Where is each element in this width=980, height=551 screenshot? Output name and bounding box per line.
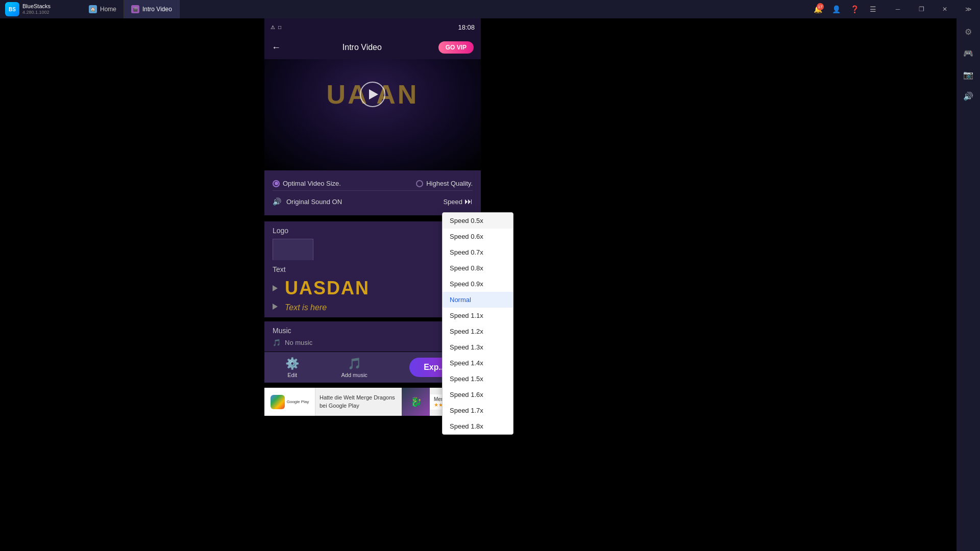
video-size-radio (273, 180, 280, 187)
close-button[interactable]: ✕ (933, 0, 957, 18)
speed-option-1-4x[interactable]: Speed 1.4x (443, 355, 513, 371)
google-play-label: Google Play (287, 399, 309, 404)
sound-icon: 🔊 (273, 197, 281, 206)
quality-option[interactable]: Highest Quality. (416, 180, 473, 187)
tab-intro-video[interactable]: 🎬 Intro Video (124, 0, 180, 18)
video-size-option[interactable]: Optimal Video Size. (273, 180, 341, 187)
speed-option-1-1x[interactable]: Speed 1.1x (443, 308, 513, 323)
video-tab-icon: 🎬 (131, 5, 139, 13)
status-time: 18:08 (458, 23, 475, 31)
tab-home[interactable]: 🏠 Home (82, 0, 124, 18)
speed-option-1-2x[interactable]: Speed 1.2x (443, 323, 513, 339)
titlebar: BS BlueStacks 4.280.1.1002 🏠 Home 🎬 Intr… (0, 0, 980, 18)
home-tab-icon: 🏠 (89, 5, 97, 13)
quality-radio (416, 180, 423, 187)
google-play-icon (271, 395, 285, 409)
phone-statusbar: ⚠ □ 18:08 (264, 18, 481, 36)
titlebar-controls: 🔔 17 👤 ❓ ☰ (804, 2, 886, 16)
ad-game-thumbnail: 🐉 (402, 388, 430, 416)
settings-panel: Optimal Video Size. Highest Quality. 🔊 O… (264, 170, 481, 215)
speed-option-0-6x[interactable]: Speed 0.6x (443, 229, 513, 244)
play-text-button[interactable] (273, 284, 282, 293)
status-icons: ⚠ □ (271, 24, 281, 30)
music-value: No music (285, 339, 312, 346)
play-button-overlay[interactable] (360, 82, 385, 107)
ad-google-play-logo: Google Play (264, 388, 315, 416)
sub-text-display: Text is here (285, 303, 327, 312)
minimize-button[interactable]: ─ (886, 0, 910, 18)
right-sidebar: ⚙ 🎮 📷 🔊 (957, 18, 980, 551)
speed-option-0-7x[interactable]: Speed 0.7x (443, 244, 513, 260)
notification-badge: 17 (817, 3, 824, 10)
speed-option-0-8x[interactable]: Speed 0.8x (443, 260, 513, 276)
ad-description[interactable]: Hatte die Welt Merge Dragons bei Google … (315, 394, 402, 410)
speed-option-1-6x[interactable]: Speed 1.6x (443, 387, 513, 403)
app-topbar: ← Intro Video GO VIP (264, 36, 481, 59)
add-music-toolbar-item[interactable]: 🎵 Add music (341, 357, 367, 378)
titlebar-tabs: 🏠 Home 🎬 Intro Video (82, 0, 804, 18)
app-title: Intro Video (286, 43, 438, 52)
user-button[interactable]: 👤 (829, 2, 843, 16)
main-text-display: UASDAN (285, 278, 370, 299)
add-music-label: Add music (341, 372, 367, 378)
speed-option-0-9x[interactable]: Speed 0.9x (443, 276, 513, 292)
restore-button[interactable]: ❐ (910, 0, 933, 18)
notification-button[interactable]: 🔔 17 (811, 2, 825, 16)
speed-option-1-8x[interactable]: Speed 1.8x (443, 418, 513, 434)
window-controls: ─ ❐ ✕ ≫ (886, 0, 980, 18)
bluestacks-icon: BS (5, 2, 19, 16)
speed-option-1-5x[interactable]: Speed 1.5x (443, 371, 513, 387)
add-music-icon: 🎵 (348, 357, 361, 370)
speed-button[interactable]: Speed ⏭ (443, 197, 473, 206)
speed-dropdown: Speed 0.5x Speed 0.6x Speed 0.7x Speed 0… (442, 212, 513, 435)
edit-toolbar-item[interactable]: ⚙️ Edit (285, 357, 299, 378)
sidebar-btn-3[interactable]: 📷 (960, 66, 976, 83)
speed-option-normal[interactable]: Normal (443, 292, 513, 308)
titlebar-logo: BS BlueStacks 4.280.1.1002 (0, 2, 82, 16)
expand-button[interactable]: ≫ (957, 0, 980, 18)
play-subtext-button[interactable] (273, 302, 282, 311)
menu-button[interactable]: ☰ (866, 2, 880, 16)
sound-option[interactable]: 🔊 Original Sound ON (273, 197, 342, 206)
vip-button[interactable]: GO VIP (438, 41, 474, 54)
help-button[interactable]: ❓ (847, 2, 862, 16)
sidebar-btn-4[interactable]: 🔊 (960, 88, 976, 104)
back-button[interactable]: ← (272, 42, 281, 53)
sidebar-btn-1[interactable]: ⚙ (960, 23, 976, 40)
speed-option-0-5x[interactable]: Speed 0.5x (443, 213, 513, 229)
music-note-icon: 🎵 (273, 339, 281, 346)
warning-icon: ⚠ (271, 24, 275, 30)
titlebar-brand: BlueStacks 4.280.1.1002 (22, 3, 51, 15)
settings-row-sound-speed: 🔊 Original Sound ON Speed ⏭ (273, 194, 473, 209)
square-icon: □ (278, 24, 281, 30)
speed-icon: ⏭ (464, 197, 473, 206)
sidebar-btn-2[interactable]: 🎮 (960, 45, 976, 61)
edit-label: Edit (287, 372, 297, 378)
speed-option-1-3x[interactable]: Speed 1.3x (443, 339, 513, 355)
speed-option-1-7x[interactable]: Speed 1.7x (443, 403, 513, 418)
edit-icon: ⚙️ (285, 357, 299, 370)
settings-row-size-quality: Optimal Video Size. Highest Quality. (273, 177, 473, 191)
